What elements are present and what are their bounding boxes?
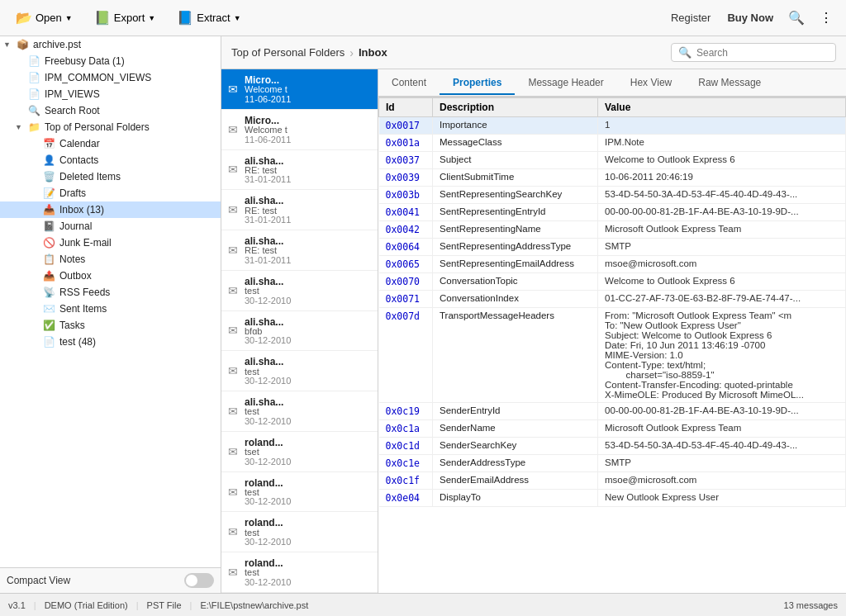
status-version: v3.1 — [8, 600, 26, 610]
sidebar-item-junk[interactable]: 🚫 Junk E-mail — [0, 235, 221, 251]
statusbar: v3.1 | DEMO (Trial Edition) | PST File |… — [0, 593, 846, 616]
message-date: 30-12-2010 — [245, 335, 371, 345]
sidebar-item-tasks[interactable]: ✅ Tasks — [0, 317, 221, 334]
message-item[interactable]: ✉ ali.sha... RE: test 31-01-2011 — [221, 150, 378, 191]
table-row[interactable]: 0x0039ClientSubmitTime10-06-2011 20:46:1… — [379, 169, 846, 187]
cell-id: 0x007d — [379, 308, 433, 403]
sidebar-item-label: Notes — [59, 254, 85, 265]
sidebar-item-deleted[interactable]: 🗑️ Deleted Items — [0, 168, 221, 185]
compact-view-toggle[interactable] — [184, 573, 214, 588]
search-input[interactable] — [696, 47, 829, 59]
message-sender: roland... — [245, 437, 371, 447]
table-row[interactable]: 0x0e04DisplayToNew Outlook Express User — [379, 490, 846, 507]
message-item[interactable]: ✉ ali.sha... RE: test 31-01-2011 — [221, 230, 378, 271]
buy-button[interactable]: Buy Now — [720, 8, 780, 27]
export-button[interactable]: 📗 Export ▼ — [85, 6, 165, 30]
col-header-desc: Description — [433, 98, 598, 117]
sidebar-item-outbox[interactable]: 📤 Outbox — [0, 268, 221, 284]
props-grid: Id Description Value 0x0017Importance10x… — [378, 97, 846, 507]
message-item[interactable]: ✉ ali.sha... test 30-12-2010 — [221, 271, 378, 311]
breadcrumb-parent[interactable]: Top of Personal Folders — [231, 46, 345, 59]
tasks-icon: ✅ — [41, 320, 56, 331]
sidebar-item-notes[interactable]: 📋 Notes — [0, 251, 221, 268]
message-sender: ali.sha... — [245, 356, 371, 366]
sidebar-item-ipm-common[interactable]: 📄 IPM_COMMON_VIEWS — [0, 69, 221, 86]
cell-value: SMTP — [598, 455, 846, 472]
message-item[interactable]: ✉ Micro... Welcome t 11-06-2011 — [221, 110, 378, 150]
table-row[interactable]: 0x0037SubjectWelcome to Outlook Express … — [379, 152, 846, 169]
sidebar-item-rss[interactable]: 📡 RSS Feeds — [0, 284, 221, 301]
cell-value: Welcome to Outlook Express 6 — [598, 273, 846, 291]
sidebar-item-label: Drafts — [59, 187, 86, 199]
message-item[interactable]: ✉ roland... test 30-12-2010 — [221, 512, 378, 552]
table-row[interactable]: 0x001aMessageClassIPM.Note — [379, 135, 846, 152]
open-arrow-icon: ▼ — [65, 14, 73, 22]
tab-hex-view[interactable]: Hex View — [617, 72, 685, 95]
breadcrumb-separator: › — [349, 46, 354, 59]
sidebar-item-archive-pst[interactable]: ▼ 📦 archive.pst — [0, 36, 221, 53]
tabs-bar: Content Properties Message Header Hex Vi… — [378, 69, 846, 97]
sidebar-item-sent[interactable]: ✉️ Sent Items — [0, 301, 221, 317]
table-row[interactable]: 0x0065SentRepresentingEmailAddressmsoe@m… — [379, 256, 846, 273]
content-area: Top of Personal Folders › Inbox 🔍 ✉ Micr… — [221, 36, 846, 593]
table-row[interactable]: 0x0c1aSenderNameMicrosoft Outlook Expres… — [379, 420, 846, 438]
cell-description: SenderName — [433, 420, 598, 438]
message-item[interactable]: ✉ ali.sha... test 30-12-2010 — [221, 351, 378, 391]
cell-id: 0x0c19 — [379, 403, 433, 420]
cell-id: 0x0064 — [379, 239, 433, 256]
pst-file-icon: 📦 — [15, 39, 30, 50]
table-row[interactable]: 0x0064SentRepresentingAddressTypeSMTP — [379, 239, 846, 256]
message-item[interactable]: ✉ roland... tset 30-12-2010 — [221, 432, 378, 472]
tab-message-header[interactable]: Message Header — [515, 72, 616, 95]
message-item[interactable]: ✉ Micro... Welcome t 11-06-2011 — [221, 69, 378, 110]
table-row[interactable]: 0x0070ConversationTopicWelcome to Outloo… — [379, 273, 846, 291]
open-label: Open — [36, 12, 62, 24]
table-row[interactable]: 0x0017Importance1 — [379, 117, 846, 135]
sidebar-item-top-folders[interactable]: ▼ 📁 Top of Personal Folders — [0, 119, 221, 135]
breadcrumb-bar: Top of Personal Folders › Inbox 🔍 — [221, 36, 846, 69]
calendar-icon: 📅 — [41, 138, 56, 149]
table-row[interactable]: 0x0041SentRepresentingEntryId00-00-00-00… — [379, 204, 846, 221]
table-row[interactable]: 0x0042SentRepresentingNameMicrosoft Outl… — [379, 221, 846, 239]
sidebar-item-label: Top of Personal Folders — [45, 121, 150, 133]
sidebar-item-calendar[interactable]: 📅 Calendar — [0, 135, 221, 152]
sidebar-item-search-root[interactable]: 🔍 Search Root — [0, 102, 221, 119]
sidebar-item-label: Contacts — [59, 154, 98, 166]
sidebar-item-test[interactable]: 📄 test (48) — [0, 334, 221, 350]
table-row[interactable]: 0x0c19SenderEntryId00-00-00-00-81-2B-1F-… — [379, 403, 846, 420]
sidebar-item-drafts[interactable]: 📝 Drafts — [0, 185, 221, 201]
message-item[interactable]: ✉ ali.sha... test 30-12-2010 — [221, 391, 378, 432]
email-icon: ✉ — [228, 525, 238, 538]
sidebar-item-inbox[interactable]: 📥 Inbox (13) — [0, 201, 221, 218]
search-icon: 🔍 — [678, 46, 692, 59]
cell-value: msoe@microsoft.com — [598, 472, 846, 490]
sidebar-item-journal[interactable]: 📓 Journal — [0, 218, 221, 235]
table-row[interactable]: 0x0c1dSenderSearchKey53-4D-54-50-3A-4D-5… — [379, 438, 846, 455]
more-options-button[interactable]: ⋮ — [813, 5, 839, 31]
tab-content[interactable]: Content — [378, 72, 440, 95]
table-row[interactable]: 0x0071ConversationIndex01-CC-27-AF-73-0E… — [379, 291, 846, 308]
table-row[interactable]: 0x0c1eSenderAddressTypeSMTP — [379, 455, 846, 472]
register-button[interactable]: Register — [664, 8, 717, 27]
table-row[interactable]: 0x0c1fSenderEmailAddressmsoe@microsoft.c… — [379, 472, 846, 490]
sidebar-item-contacts[interactable]: 👤 Contacts — [0, 152, 221, 168]
cell-id: 0x0070 — [379, 273, 433, 291]
message-item[interactable]: ✉ ali.sha... RE: test 31-01-2011 — [221, 190, 378, 230]
cell-id: 0x0037 — [379, 152, 433, 169]
folder-icon: 📄 — [26, 55, 41, 67]
message-item[interactable]: ✉ roland... test 30-12-2010 — [221, 472, 378, 513]
toggle-icon: ▼ — [3, 40, 15, 49]
message-date: 30-12-2010 — [245, 457, 371, 467]
sidebar-item-ipm-views[interactable]: 📄 IPM_VIEWS — [0, 86, 221, 102]
sidebar-item-freebusy[interactable]: 📄 Freebusy Data (1) — [0, 53, 221, 69]
message-subject: test — [245, 528, 371, 537]
open-button[interactable]: 📂 Open ▼ — [7, 6, 82, 30]
message-item[interactable]: ✉ roland... test 30-12-2010 — [221, 552, 378, 593]
extract-button[interactable]: 📘 Extract ▼ — [168, 6, 250, 30]
tab-properties[interactable]: Properties — [440, 72, 515, 95]
message-item[interactable]: ✉ ali.sha... bfgb 30-12-2010 — [221, 311, 378, 352]
table-row[interactable]: 0x003bSentRepresentingSearchKey53-4D-54-… — [379, 187, 846, 204]
tab-raw-message[interactable]: Raw Message — [685, 72, 774, 95]
search-button[interactable]: 🔍 — [783, 5, 810, 31]
table-row[interactable]: 0x007dTransportMessageHeadersFrom: "Micr… — [379, 308, 846, 403]
